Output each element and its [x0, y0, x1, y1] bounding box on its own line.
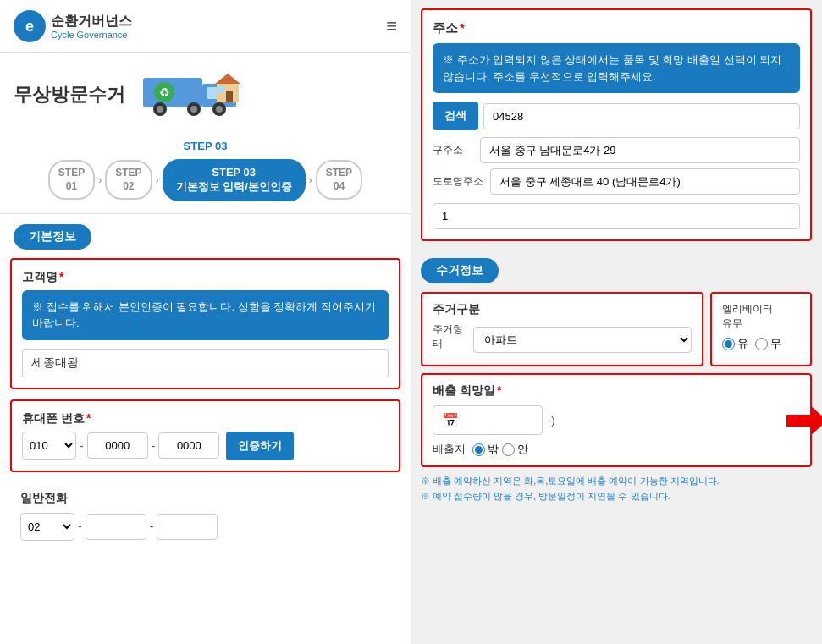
phone-dash-1: -: [80, 439, 84, 453]
elevator-yes-label[interactable]: 유: [722, 336, 748, 351]
svg-point-8: [190, 106, 197, 113]
discharge-date-row: 📅 -): [433, 405, 800, 435]
outside-label[interactable]: 밖: [472, 442, 499, 457]
phone-row: 010 011 016 017 - - 인증하기: [22, 432, 389, 460]
step-03-active[interactable]: STEP 03 기본정보 입력/본인인증: [163, 159, 306, 201]
discharge-wrapper: 배출 희망일* 📅 -) 배출지 밖 안: [421, 373, 812, 467]
logo-korean: 순환거버넌스: [51, 13, 132, 29]
steps-row: STEP 01 › STEP 02 › STEP 03 기본정보 입력/본인인증…: [14, 159, 397, 201]
address-search-row: 검색: [433, 102, 800, 130]
note-line2: ※ 예약 접수량이 많을 경우, 방문일정이 지연될 수 있습니다.: [421, 489, 812, 504]
outside-radio[interactable]: [472, 443, 485, 456]
customer-name-section: 고객명* ※ 접수를 위해서 본인인증이 필요합니다. 성함을 정확하게 적어주…: [10, 258, 400, 389]
collection-info-label: 수거정보: [421, 258, 499, 283]
note-line1: ※ 배출 예약하신 지역은 화,목,토요일에 배출 예약이 가능한 지역입니다.: [421, 474, 812, 489]
step-title: STEP 03: [14, 140, 397, 152]
inside-radio[interactable]: [502, 443, 515, 456]
phone-number2[interactable]: [158, 432, 219, 459]
date-dash: -): [548, 414, 555, 427]
address-detail-input[interactable]: [433, 203, 800, 229]
red-arrow: [786, 405, 822, 436]
inside-label[interactable]: 안: [502, 442, 528, 457]
housing-type-label: 주거형태: [433, 322, 466, 351]
page-title: 무상방문수거: [14, 82, 125, 107]
address-section: 주소* ※ 주소가 입력되지 않은 상태에서는 품목 및 희망 배출일 선택이 …: [421, 8, 812, 241]
address-search-button[interactable]: 검색: [433, 102, 478, 130]
notes: ※ 배출 예약하신 지역은 화,목,토요일에 배출 예약이 가능한 지역입니다.…: [421, 474, 812, 504]
old-address-row: 구주소: [433, 137, 800, 163]
step-arrow-2: ›: [156, 174, 159, 186]
phone-area-select[interactable]: 010 011 016 017: [22, 432, 76, 460]
truck-image: ♻: [139, 65, 249, 124]
general-phone-section: 일반전화 02 031 032 051 - -: [10, 482, 400, 549]
general-phone-label: 일반전화: [20, 491, 390, 506]
gen-dash-2: -: [150, 520, 154, 533]
elevator-no-label[interactable]: 무: [755, 336, 781, 351]
date-input-box[interactable]: 📅: [433, 405, 543, 435]
road-address-label: 도로명주소: [433, 174, 483, 189]
elevator-yes-radio[interactable]: [722, 338, 735, 350]
discharge-label: 배출 희망일*: [433, 383, 800, 399]
discharge-place-row: 배출지 밖 안: [433, 442, 800, 457]
logo-english: Cycle Governance: [51, 30, 132, 40]
logo-text: 순환거버넌스 Cycle Governance: [51, 13, 132, 39]
header: e 순환거버넌스 Cycle Governance ≡: [0, 0, 411, 53]
housing-box: 주거구분 주거형태 아파트 단독주택 빌라/연립 오피스텔 기타: [421, 292, 703, 366]
phone-label: 휴대폰 번호*: [22, 411, 389, 427]
elevator-label: 엘리베이터 유무: [722, 302, 800, 331]
housing-type-select[interactable]: 아파트 단독주택 빌라/연립 오피스텔 기타: [473, 327, 692, 353]
step-01[interactable]: STEP 01: [48, 160, 95, 200]
old-address-label: 구주소: [433, 143, 473, 157]
housing-elevator-row: 주거구분 주거형태 아파트 단독주택 빌라/연립 오피스텔 기타 엘리베이터 유…: [421, 292, 812, 366]
general-number2[interactable]: [157, 514, 218, 540]
svg-point-6: [157, 106, 163, 113]
verify-button[interactable]: 인증하기: [226, 432, 294, 460]
elevator-no-radio[interactable]: [755, 338, 768, 350]
general-phone-row: 02 031 032 051 - -: [20, 513, 390, 541]
customer-name-input[interactable]: [22, 349, 389, 377]
svg-text:♻: ♻: [159, 85, 170, 99]
svg-rect-13: [226, 91, 233, 102]
housing-section-label: 주거구분: [433, 302, 692, 317]
address-info: ※ 주소가 입력되지 않은 상태에서는 품목 및 희망 배출일 선택이 되지 않…: [433, 43, 800, 93]
road-address-row: 도로명주소: [433, 168, 800, 195]
step-arrow-3: ›: [309, 174, 312, 186]
discharge-section: 배출 희망일* 📅 -) 배출지 밖 안: [421, 373, 812, 467]
general-number1[interactable]: [86, 514, 146, 540]
elevator-radio-row: 유 무: [722, 336, 800, 351]
arrow-head: [810, 405, 822, 436]
road-address-input[interactable]: [490, 168, 800, 195]
logo-icon: e: [14, 10, 46, 42]
basic-info-label: 기본정보: [14, 224, 91, 250]
address-label: 주소*: [433, 20, 800, 36]
postal-code-input[interactable]: [483, 103, 800, 129]
logo-area: e 순환거버넌스 Cycle Governance: [14, 10, 132, 42]
page-title-area: 무상방문수거 ♻: [0, 53, 411, 133]
phone-section: 휴대폰 번호* 010 011 016 017 - - 인증하기: [10, 399, 400, 472]
customer-name-label: 고객명*: [22, 270, 389, 285]
arrow-shaft: [786, 415, 810, 427]
step-arrow-1: ›: [98, 174, 102, 186]
discharge-place-label: 배출지: [433, 442, 466, 457]
elevator-box: 엘리베이터 유무 유 무: [710, 292, 812, 366]
svg-point-10: [216, 106, 223, 113]
old-address-input[interactable]: [480, 137, 800, 163]
svg-marker-11: [215, 74, 240, 84]
hamburger-menu[interactable]: ≡: [386, 15, 397, 37]
general-area-select[interactable]: 02 031 032 051: [20, 513, 74, 541]
customer-name-info: ※ 접수를 위해서 본인인증이 필요합니다. 성함을 정확하게 적어주시기 바랍…: [22, 290, 389, 340]
step-indicator: STEP 03 STEP 01 › STEP 02 › STEP 03 기본정보…: [0, 133, 411, 214]
calendar-icon: 📅: [442, 412, 459, 428]
phone-number1[interactable]: [87, 432, 148, 459]
step-02[interactable]: STEP 02: [105, 160, 152, 200]
phone-dash-2: -: [152, 439, 156, 453]
gen-dash-1: -: [78, 520, 82, 533]
step-04[interactable]: STEP 04: [316, 160, 362, 200]
svg-rect-14: [218, 86, 225, 93]
